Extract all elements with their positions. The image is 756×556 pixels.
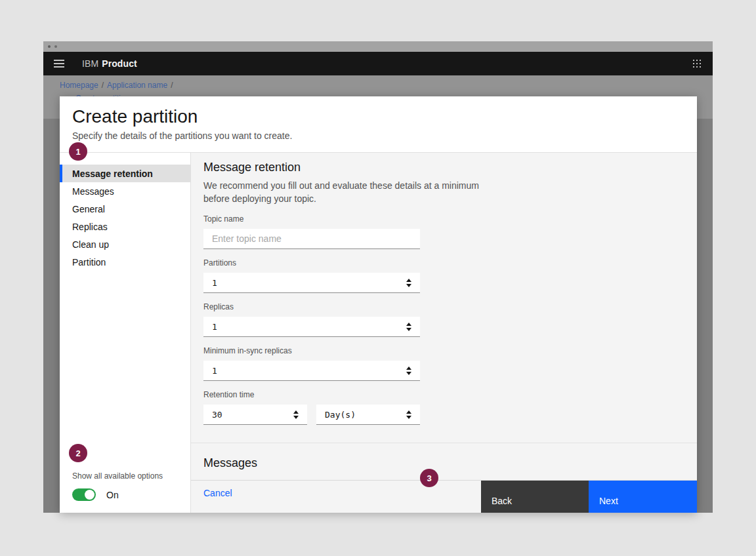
cancel-button[interactable]: Cancel: [191, 481, 232, 513]
window-control-dot[interactable]: [48, 45, 51, 48]
nav-item-partition[interactable]: Partition: [60, 253, 190, 271]
brand-prefix: IBM: [82, 58, 98, 69]
section-description: We recommend you fill out and evaluate t…: [203, 179, 482, 205]
toggle-knob: [85, 490, 94, 500]
min-insync-replicas-value: 1: [212, 366, 217, 376]
modal-title: Create partition: [72, 105, 697, 129]
min-insync-replicas-input[interactable]: 1: [203, 361, 420, 381]
app-switcher-icon[interactable]: [692, 58, 702, 69]
nav-item-clean-up[interactable]: Clean up: [60, 235, 190, 253]
annotation-badge-3: 3: [420, 469, 438, 487]
modal-subtitle: Specify the details of the partitions yo…: [72, 130, 697, 141]
number-stepper-icon[interactable]: [406, 367, 411, 375]
number-stepper-icon[interactable]: [406, 279, 411, 287]
partitions-value: 1: [212, 278, 217, 288]
breadcrumb-separator: /: [171, 81, 173, 90]
show-options-toggle[interactable]: [72, 488, 96, 501]
partitions-input[interactable]: 1: [203, 273, 420, 293]
section-heading: Message retention: [203, 161, 697, 174]
back-button[interactable]: Back: [481, 481, 589, 513]
partitions-label: Partitions: [203, 258, 420, 268]
window-titlebar: [43, 41, 713, 52]
window-control-dot[interactable]: [54, 45, 57, 48]
breadcrumb-link[interactable]: Application name: [107, 81, 167, 90]
retention-time-value: 30: [212, 410, 222, 420]
next-section-heading: Messages: [203, 456, 697, 469]
show-options-label: Show all available options: [72, 471, 163, 481]
form-section: Message retention We recommend you fill …: [191, 153, 697, 480]
min-insync-replicas-label: Minimum in-sync replicas: [203, 346, 420, 355]
replicas-value: 1: [212, 322, 217, 332]
replicas-label: Replicas: [203, 302, 420, 311]
modal-side-nav: 1 Message retentionMessagesGeneralReplic…: [60, 153, 190, 513]
nav-item-messages[interactable]: Messages: [60, 182, 190, 200]
section-divider: [191, 443, 697, 443]
modal-footer: Cancel Back Next: [191, 480, 697, 513]
topic-name-label: Topic name: [203, 214, 420, 224]
modal-nav-list: Message retentionMessagesGeneralReplicas…: [60, 165, 190, 271]
replicas-input[interactable]: 1: [203, 317, 420, 337]
modal-header: Create partition Specify the details of …: [60, 96, 697, 153]
breadcrumb: Homepage/Application name/: [60, 81, 713, 90]
number-stepper-icon[interactable]: [293, 410, 299, 419]
retention-unit-select[interactable]: Day(s): [316, 405, 420, 425]
nav-item-replicas[interactable]: Replicas: [60, 218, 190, 235]
toggle-state-label: On: [106, 490, 119, 500]
retention-time-label: Retention time: [203, 390, 307, 399]
annotation-badge-1: 1: [69, 142, 87, 161]
create-partition-modal: Create partition Specify the details of …: [60, 96, 697, 513]
next-button[interactable]: Next: [589, 481, 697, 513]
brand-name: Product: [102, 58, 137, 69]
app-header: IBMProduct: [43, 52, 713, 75]
retention-time-input[interactable]: 30: [203, 405, 307, 425]
retention-unit-value: Day(s): [325, 410, 356, 420]
breadcrumb-separator: /: [102, 81, 104, 90]
number-stepper-icon[interactable]: [406, 410, 411, 419]
number-stepper-icon[interactable]: [406, 323, 411, 331]
nav-item-general[interactable]: General: [60, 200, 190, 218]
sidebar-options: 2 Show all available options On: [72, 444, 163, 501]
nav-item-message-retention[interactable]: Message retention: [60, 165, 190, 182]
menu-icon[interactable]: [54, 60, 64, 68]
breadcrumb-link[interactable]: Homepage: [60, 81, 98, 90]
brand: IBMProduct: [82, 58, 137, 69]
topic-name-input[interactable]: [203, 229, 420, 249]
annotation-badge-2: 2: [69, 444, 87, 462]
